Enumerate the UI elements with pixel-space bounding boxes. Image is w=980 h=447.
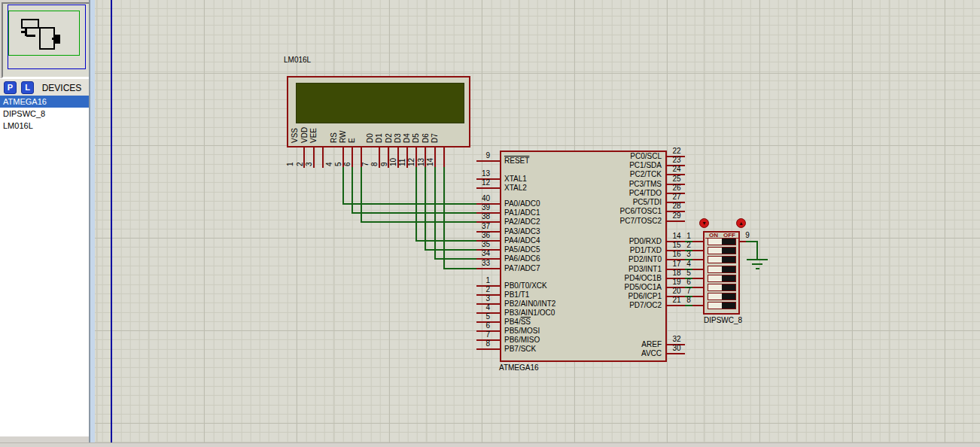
wire[interactable]	[425, 167, 426, 251]
lcd-pin[interactable]	[443, 147, 445, 168]
wire[interactable]	[443, 268, 478, 269]
mcu-pin-number: 27	[668, 193, 686, 201]
wire[interactable]	[361, 167, 362, 223]
mcu-pin-number: 37	[460, 222, 490, 230]
mcu-pin-label: PC3/TMS	[526, 180, 662, 189]
dip-pin[interactable]	[740, 241, 746, 242]
mcu-pin[interactable]	[667, 220, 685, 222]
mcu-pin-label: PD1/TXD	[526, 246, 662, 255]
dip-pin-number: 8	[680, 296, 697, 304]
lcd-pin-name: D7	[431, 113, 440, 143]
mcu-pin-label: PA3/ADC3	[504, 227, 540, 236]
mcu-pin-number: 9	[460, 151, 490, 160]
mcu-pin-number: 36	[460, 231, 490, 239]
mcu-pin-label: AVCC	[526, 349, 662, 358]
mcu-pin-number: 7	[460, 330, 490, 339]
dip-switch-actuator-block[interactable]	[722, 266, 735, 272]
lcd-pin-name: D0	[366, 113, 375, 143]
mcu-pin-number: 2	[460, 285, 490, 293]
wire[interactable]	[352, 167, 353, 214]
dip-switch-actuator-block[interactable]	[722, 293, 735, 300]
lcd-pin[interactable]	[322, 147, 324, 168]
mcu-pin-label: PD4/OC1B	[526, 274, 662, 283]
mcu-pin-number: 5	[460, 312, 490, 321]
mcu-pin-label: PC4/TDO	[526, 189, 662, 198]
lcd-pin-number: 7	[361, 153, 370, 166]
dip-pin-number: 6	[680, 278, 697, 286]
lcd-pin-name: D3	[394, 113, 403, 143]
ground-symbol	[756, 268, 759, 269]
ground-symbol	[747, 259, 768, 260]
mcu-pin-label: PB4/SS	[504, 318, 531, 327]
mcu-pin[interactable]	[667, 353, 685, 354]
mcu-pin-number: 13	[460, 169, 490, 178]
lcd-pin-number: 11	[398, 153, 407, 166]
lcd-pin-name: D1	[375, 113, 384, 143]
mcu-pin-number: 33	[460, 259, 490, 267]
mcu-pin-number: 8	[460, 339, 490, 348]
wire[interactable]	[756, 241, 758, 260]
mcu-pin-number: 29	[668, 211, 686, 220]
mcu-pin-number: 23	[668, 156, 686, 164]
mcu-pin-number: 26	[668, 184, 686, 192]
lcd-pin-number: 6	[343, 153, 352, 166]
dip-pin-number: 9	[741, 231, 753, 239]
mcu-pin-label: PC6/TOSC1	[526, 207, 662, 216]
lcd-pin-number: 5	[334, 153, 343, 166]
mcu-pin[interactable]	[476, 348, 500, 350]
dip-pin-number: 7	[680, 287, 697, 295]
mcu-pin[interactable]	[476, 187, 500, 189]
dip-switch-actuator-block[interactable]	[722, 239, 735, 245]
mcu-pin-label: XTAL1	[504, 175, 527, 184]
mcu-pin-number: 38	[460, 212, 490, 220]
lcd-pin-name: RW	[339, 113, 348, 143]
mcu-pin-number: 39	[460, 203, 490, 211]
dip-switch-actuator-block[interactable]	[722, 248, 735, 254]
wire[interactable]	[352, 212, 478, 214]
mcu-pin-number: 28	[668, 202, 686, 210]
dip-switch-actuator-block[interactable]	[722, 303, 735, 309]
dip-pin[interactable]	[692, 305, 703, 306]
mcu-pin-label: PC7/TOSC2	[526, 217, 662, 226]
wire[interactable]	[342, 167, 344, 205]
mcu-pin-number: 34	[460, 249, 490, 257]
mcu-pin-label: XTAL2	[504, 184, 527, 193]
dip-switch-actuator-block[interactable]	[722, 275, 735, 281]
mcu-pin[interactable]	[476, 268, 500, 269]
lcd-pin-name: E	[348, 113, 357, 143]
mcu-pin-label: PD0/RXD	[526, 237, 662, 246]
wire[interactable]	[434, 167, 436, 260]
wire[interactable]	[415, 167, 417, 242]
dip-pin-number: 3	[680, 250, 697, 258]
lcd-pin-number: 1	[286, 153, 295, 166]
mcu-pin-number: 1	[460, 276, 490, 284]
mcu-pin-number: 3	[460, 294, 490, 303]
mcu-pin-label: PD5/OC1A	[526, 283, 662, 292]
wire[interactable]	[443, 167, 445, 269]
dip-switch-actuator-block[interactable]	[722, 284, 735, 290]
mcu-pin-label: PC0/SCL	[526, 152, 662, 161]
mcu-pin-label: AREF	[526, 340, 662, 349]
mcu-pin-number: 6	[460, 321, 490, 330]
wire[interactable]	[342, 203, 478, 205]
schematic-layer: LM016LVSS1VDD2VEE3RS4RW5E6D07D18D29D310D…	[0, 0, 980, 442]
dip-increment-button-glyph: ▴	[736, 218, 746, 228]
mcu-pin[interactable]	[667, 305, 685, 306]
mcu-pin-number: 35	[460, 240, 490, 248]
lcd-pin-name: VSS	[291, 113, 300, 143]
mcu-pin-number: 25	[668, 175, 686, 183]
dip-pin-number: 5	[680, 269, 697, 277]
lcd-pin-number: 8	[370, 153, 379, 166]
wire[interactable]	[685, 305, 692, 306]
dip-pin-number: 1	[680, 232, 697, 240]
mcu-pin-label: PD3/INT1	[526, 265, 662, 274]
dip-ref-label: DIPSWC_8	[704, 316, 742, 324]
dip-switch-actuator-block[interactable]	[722, 257, 735, 263]
mcu-pin-number: 24	[668, 165, 686, 173]
mcu-pin-label: PD7/OC2	[526, 301, 662, 310]
dip-decrement-button-glyph: ▾	[699, 218, 709, 228]
dip-pin-number: 2	[680, 241, 697, 249]
mcu-pin[interactable]	[476, 160, 500, 162]
lcd-ref-label: LM016L	[284, 56, 311, 64]
lcd-pin-number: 10	[389, 153, 398, 166]
